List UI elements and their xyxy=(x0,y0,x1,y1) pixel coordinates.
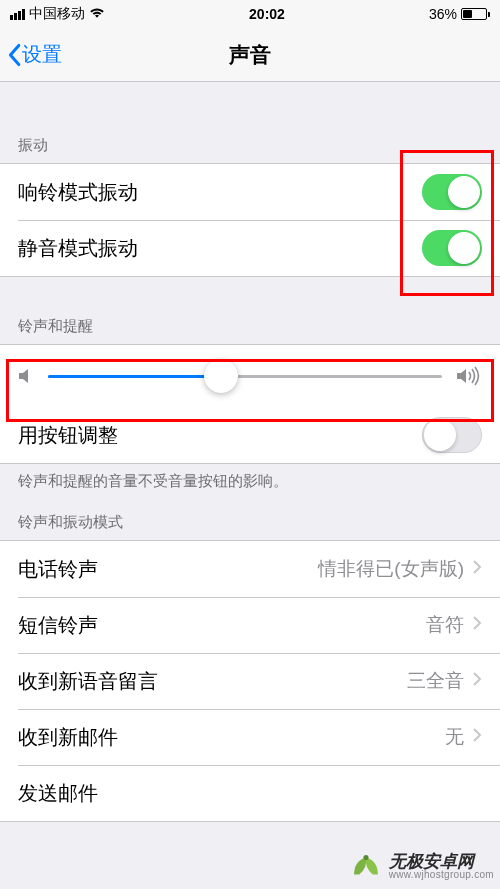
back-label: 设置 xyxy=(22,41,62,68)
wifi-icon xyxy=(89,6,105,22)
watermark-en: www.wjhostgroup.com xyxy=(389,870,494,880)
slider-thumb[interactable] xyxy=(204,359,238,393)
chevron-left-icon xyxy=(6,43,22,67)
signal-icon xyxy=(10,9,25,20)
row-value: 三全音 xyxy=(407,668,464,694)
chevron-right-icon xyxy=(472,615,482,635)
volume-high-icon xyxy=(456,366,482,386)
section-header-vibration: 振动 xyxy=(0,114,500,163)
toggle-vibrate-on-silent[interactable] xyxy=(422,230,482,266)
row-new-mail[interactable]: 收到新邮件 无 xyxy=(0,709,500,765)
section-footer-ringer: 铃声和提醒的音量不受音量按钮的影响。 xyxy=(0,464,500,495)
row-value: 音符 xyxy=(426,612,464,638)
group-patterns: 电话铃声 情非得已(女声版) 短信铃声 音符 收到新语音留言 三全音 收到新邮件… xyxy=(0,540,500,822)
status-time: 20:02 xyxy=(249,6,285,22)
chevron-right-icon xyxy=(472,559,482,579)
status-right: 36% xyxy=(429,6,490,22)
row-sent-mail[interactable]: 发送邮件 xyxy=(0,765,500,821)
row-label: 收到新邮件 xyxy=(18,724,445,751)
group-vibration: 响铃模式振动 静音模式振动 xyxy=(0,163,500,277)
section-header-patterns: 铃声和振动模式 xyxy=(0,495,500,540)
row-label: 静音模式振动 xyxy=(18,235,422,262)
watermark-cn: 无极安卓网 xyxy=(389,853,494,870)
chevron-right-icon xyxy=(472,671,482,691)
row-text-tone[interactable]: 短信铃声 音符 xyxy=(0,597,500,653)
row-label: 用按钮调整 xyxy=(18,422,422,449)
carrier-label: 中国移动 xyxy=(29,5,85,23)
page-title: 声音 xyxy=(0,41,500,69)
row-volume-slider xyxy=(0,345,500,407)
row-vibrate-on-silent: 静音模式振动 xyxy=(0,220,500,276)
battery-pct: 36% xyxy=(429,6,457,22)
row-label: 发送邮件 xyxy=(18,780,474,807)
watermark: 无极安卓网 www.wjhostgroup.com xyxy=(349,849,494,883)
row-label: 电话铃声 xyxy=(18,556,318,583)
back-button[interactable]: 设置 xyxy=(0,41,62,68)
toggle-vibrate-on-ring[interactable] xyxy=(422,174,482,210)
volume-slider[interactable] xyxy=(48,360,442,392)
group-ringer: 用按钮调整 xyxy=(0,344,500,464)
battery-icon xyxy=(461,8,490,20)
row-button-adjust: 用按钮调整 xyxy=(0,407,500,463)
toggle-button-adjust[interactable] xyxy=(422,417,482,453)
row-label: 短信铃声 xyxy=(18,612,426,639)
row-ringtone[interactable]: 电话铃声 情非得已(女声版) xyxy=(0,541,500,597)
row-label: 收到新语音留言 xyxy=(18,668,407,695)
section-header-ringer: 铃声和提醒 xyxy=(0,277,500,344)
nav-bar: 设置 声音 xyxy=(0,28,500,82)
status-left: 中国移动 xyxy=(10,5,105,23)
status-bar: 中国移动 20:02 36% xyxy=(0,0,500,28)
svg-point-0 xyxy=(363,855,368,860)
row-vibrate-on-ring: 响铃模式振动 xyxy=(0,164,500,220)
watermark-logo-icon xyxy=(349,849,383,883)
row-voicemail[interactable]: 收到新语音留言 三全音 xyxy=(0,653,500,709)
volume-low-icon xyxy=(18,367,34,385)
row-label: 响铃模式振动 xyxy=(18,179,422,206)
row-value: 无 xyxy=(445,724,464,750)
chevron-right-icon xyxy=(472,727,482,747)
row-value: 情非得已(女声版) xyxy=(318,556,464,582)
